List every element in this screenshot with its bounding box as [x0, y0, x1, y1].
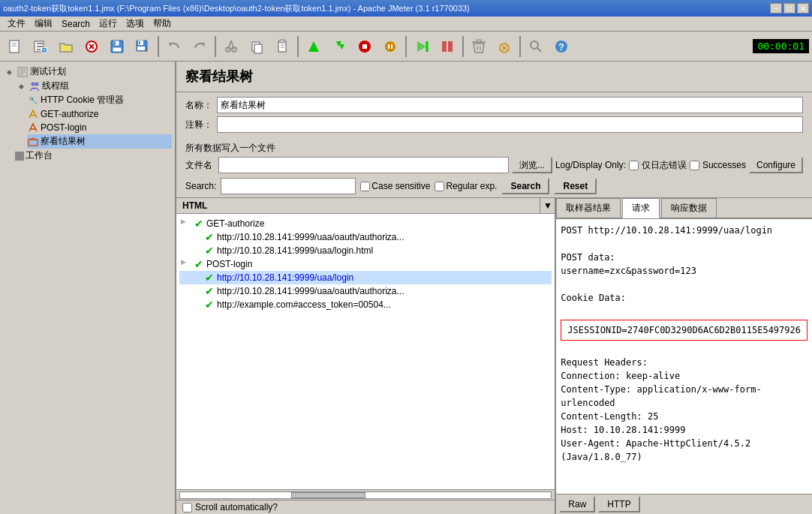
tree-node-access-token[interactable]: ✔ http://example.com#access_token=00504.…	[179, 298, 552, 311]
tab-sampler-result[interactable]: 取样器结果	[556, 198, 621, 218]
search-bar: Search: Case sensitive Regular exp. Sear…	[176, 175, 812, 198]
window-controls: ─ □ ✕	[770, 3, 809, 14]
comment-input[interactable]	[217, 116, 803, 133]
menu-help[interactable]: 帮助	[149, 16, 176, 32]
reset-button[interactable]: Reset	[554, 178, 597, 194]
file-input[interactable]	[218, 157, 509, 173]
tree-node-post-login-url[interactable]: ✔ http://10.10.28.141:9999/uaa/login	[179, 271, 552, 284]
configure-button[interactable]: Configure	[749, 157, 803, 173]
title-bar: oauth2-token获取token1.1.jmx (F:\Program F…	[0, 0, 812, 17]
empty-line-1	[561, 237, 807, 251]
horizontal-scrollbar[interactable]	[179, 491, 552, 499]
toolbar-expand-all[interactable]	[327, 35, 351, 59]
errors-checkbox[interactable]	[629, 161, 639, 170]
html-panel: HTML ▼ ▶ ✔ GET-authorize ✔ http://10.10.…	[176, 198, 556, 514]
tab-bar: 取样器结果 请求 响应数据	[556, 198, 812, 219]
cookie-value-box: JSESSIONID=2740FC0D3290D6AC6D2B0115E5497…	[561, 320, 807, 341]
sidebar-item-result-tree[interactable]: 察看结果树	[27, 134, 172, 149]
restore-button[interactable]: □	[783, 3, 795, 14]
html-panel-header: HTML ▼	[176, 198, 555, 214]
raw-tab-button[interactable]: Raw	[559, 496, 595, 512]
menu-options[interactable]: 选项	[122, 16, 149, 32]
tree-node-get-login-html[interactable]: ✔ http://10.10.28.141:9999/uaa/login.htm…	[179, 244, 552, 257]
tree-node-get-url1[interactable]: ✔ http://10.10.28.141:9999/uaa/oauth/aut…	[179, 230, 552, 244]
workbench-icon	[15, 152, 24, 161]
svg-rect-30	[280, 40, 284, 43]
sidebar-item-cookie[interactable]: 🔧 HTTP Cookie 管理器	[27, 93, 172, 107]
scrollbar-thumb[interactable]	[291, 492, 365, 498]
html-content[interactable]: ▶ ✔ GET-authorize ✔ http://10.10.28.141:…	[176, 214, 555, 489]
toolbar-redo[interactable]	[188, 35, 212, 59]
tab-response-data[interactable]: 响应数据	[661, 198, 717, 218]
toolbar-save[interactable]	[105, 35, 129, 59]
toolbar-help[interactable]: ?	[549, 35, 573, 59]
sidebar-item-get-authorize[interactable]: GET-authorize	[27, 107, 172, 121]
menu-run[interactable]: 运行	[95, 16, 122, 32]
tab-request[interactable]: 请求	[622, 198, 660, 218]
close-button[interactable]: ✕	[797, 3, 809, 14]
empty-line-2	[561, 278, 807, 291]
user-agent-header: User-Agent: Apache-HttpClient/4.5.2 (Jav…	[561, 437, 807, 464]
name-input[interactable]	[217, 97, 803, 113]
toolbar-close[interactable]	[80, 35, 104, 59]
toolbar-clear-all[interactable]	[492, 35, 516, 59]
comment-label: 注释：	[185, 119, 212, 131]
svg-point-38	[385, 41, 395, 52]
svg-point-61	[35, 82, 39, 86]
tab-content: POST http://10.10.28.141:9999/uaa/login …	[556, 219, 812, 494]
toolbar-templates[interactable]: T	[29, 35, 53, 59]
name-row: 名称：	[185, 97, 803, 113]
auto-scroll-area: Scroll automatically?	[176, 500, 555, 514]
toolbar-search[interactable]	[524, 35, 548, 59]
toolbar: T +	[0, 32, 812, 62]
sidebar-item-test-plan[interactable]: ◆ 测试计划	[3, 65, 172, 79]
check-icon-post-url: ✔	[203, 272, 215, 284]
toolbar-save-as[interactable]: +	[131, 35, 155, 59]
svg-rect-6	[37, 49, 41, 50]
toolbar-new[interactable]	[3, 35, 27, 59]
menu-search[interactable]: Search	[57, 17, 95, 31]
toolbar-paste[interactable]	[270, 35, 294, 59]
sidebar-item-thread-group[interactable]: ◆ 线程组	[15, 79, 172, 93]
toolbar-stop-all[interactable]	[378, 35, 402, 59]
sidebar-item-post-login[interactable]: POST-login	[27, 121, 172, 134]
sidebar-label-result: 察看结果树	[41, 135, 86, 148]
tree-node-get-authorize[interactable]: ▶ ✔ GET-authorize	[179, 217, 552, 230]
toolbar-stop[interactable]	[353, 35, 377, 59]
toolbar-expand[interactable]	[302, 35, 326, 59]
regex-checkbox[interactable]	[435, 182, 444, 191]
minimize-button[interactable]: ─	[770, 3, 782, 14]
panel-header: 察看结果树	[176, 62, 812, 92]
toolbar-clear[interactable]	[467, 35, 491, 59]
menu-file[interactable]: 文件	[3, 16, 30, 32]
tree-node-post-auth-url2[interactable]: ✔ http://10.10.28.141:9999/uaa/oauth/aut…	[179, 284, 552, 298]
get-icon	[27, 108, 39, 120]
svg-line-53	[537, 48, 541, 52]
menu-edit[interactable]: 编辑	[30, 16, 57, 32]
toolbar-copy[interactable]	[245, 35, 269, 59]
toolbar-remote-stop[interactable]	[435, 35, 459, 59]
scroll-auto-checkbox[interactable]	[182, 503, 192, 512]
toolbar-open[interactable]	[54, 35, 78, 59]
svg-rect-43	[442, 41, 447, 52]
case-sensitive-checkbox[interactable]	[360, 182, 370, 191]
expand-icon-thread: ◆	[15, 80, 27, 92]
cookie-value: JSESSIONID=2740FC0D3290D6AC6D2B0115E5497…	[567, 325, 801, 335]
successes-checkbox[interactable]	[690, 161, 699, 170]
toolbar-cut[interactable]	[219, 35, 243, 59]
tree-node-post-login[interactable]: ▶ ✔ POST-login	[179, 257, 552, 271]
cookie-label: Cookie Data:	[561, 291, 807, 305]
sidebar: ◆ 测试计划 ◆ 线程组 🔧 HTTP Cookie 管理器 GET-autho…	[0, 62, 176, 514]
toolbar-undo[interactable]	[162, 35, 186, 59]
sidebar-item-workbench[interactable]: 工作台	[15, 149, 172, 163]
toolbar-remote-start[interactable]	[410, 35, 434, 59]
request-headers-label: Request Headers:	[561, 356, 807, 369]
html-dropdown[interactable]: ▼	[540, 198, 555, 213]
search-input[interactable]	[221, 178, 356, 194]
http-tab-button[interactable]: HTTP	[598, 496, 639, 512]
svg-text:?: ?	[558, 41, 564, 53]
browse-button[interactable]: 浏览...	[512, 157, 552, 173]
svg-point-52	[531, 41, 538, 49]
content-area: 察看结果树 名称： 注释： 所有数据写入一个文件 文件名 浏览... Log/D…	[176, 62, 812, 514]
search-button[interactable]: Search	[501, 178, 549, 194]
